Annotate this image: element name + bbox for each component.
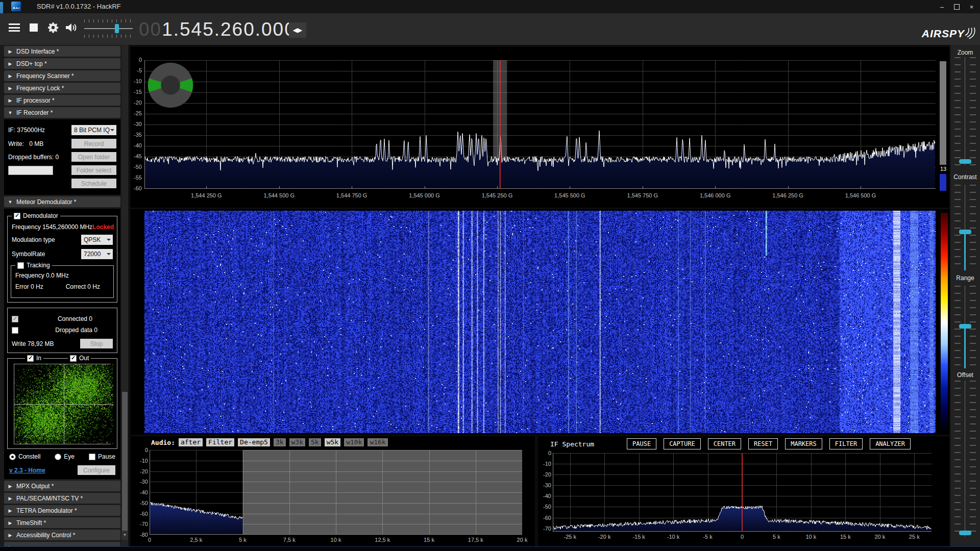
app-icon <box>11 2 21 11</box>
contrast-slider[interactable] <box>950 185 980 270</box>
frequency-step-button[interactable]: ◀▶ <box>289 22 306 38</box>
bottom-screen-edge <box>0 546 980 551</box>
if-button-pause[interactable]: PAUSE <box>627 438 656 449</box>
pause-checkbox[interactable] <box>89 454 95 460</box>
in-checkbox[interactable] <box>27 355 34 362</box>
range-slider[interactable] <box>950 286 980 368</box>
tracking-checkbox[interactable] <box>17 262 24 269</box>
settings-button[interactable] <box>45 17 61 38</box>
frequency-display[interactable]: 001.545.260.000 <box>139 17 296 42</box>
step-left-icon[interactable]: ◀ <box>293 27 298 34</box>
offset-slider-thumb[interactable] <box>959 531 971 535</box>
symbol-rate-select[interactable]: 72000 <box>81 249 113 259</box>
if-button-capture[interactable]: CAPTURE <box>664 438 701 449</box>
sidebar-panel-bottom-2[interactable]: ▶TETRA Demodulator * <box>4 505 120 516</box>
volume-track[interactable] <box>84 28 133 29</box>
schedule-button[interactable]: Schedule <box>71 179 116 188</box>
audio-chip-w3k[interactable]: w3k <box>289 438 305 446</box>
sidebar-panel-top-0[interactable]: ▶DSD Interface * <box>4 46 120 57</box>
sidebar-panel-bottom-3[interactable]: ▶TimeShift * <box>4 517 120 528</box>
tracking-group: Tracking Frequency 0.0 MHz Error 0 Hz Co… <box>11 265 114 298</box>
toolbar: 001.545.260.000 ◀▶ AIRSPY <box>0 13 980 45</box>
audio-chip-5k[interactable]: 5k <box>309 438 321 446</box>
modulation-type-select[interactable]: QPSK <box>81 235 113 245</box>
volume-slider[interactable] <box>84 19 133 38</box>
range-slider-label: Range <box>950 274 980 282</box>
if-button-filter[interactable]: FILTER <box>829 438 863 449</box>
gear-icon <box>47 21 59 34</box>
record-button[interactable]: Record <box>71 139 116 148</box>
close-button[interactable]: × <box>964 0 979 13</box>
offset-slider[interactable] <box>950 381 980 537</box>
if-button-markers[interactable]: MARKERS <box>785 438 822 449</box>
chevron-right-icon: ▶ <box>4 484 16 489</box>
audio-chip-De-emp5[interactable]: De-emp5 <box>238 438 270 446</box>
window-title: SDR# v1.0.0.1732 - HackRF <box>37 3 121 10</box>
sidebar-panel-top-1[interactable]: ▶DSD+ tcp * <box>4 58 120 69</box>
demodulator-checkbox[interactable] <box>14 213 20 219</box>
folder-path-input[interactable] <box>8 166 53 175</box>
contrast-slider-thumb[interactable] <box>959 230 971 234</box>
tracking-correct-label: Correct 0 Hz <box>66 283 100 290</box>
sidebar-panel-bottom-4[interactable]: ▶Accessibility Control * <box>4 530 120 540</box>
range-slider-thumb[interactable] <box>959 324 971 329</box>
panel-header-if-recorder[interactable]: ▼ IF Recorder * <box>4 107 120 118</box>
if-button-reset[interactable]: RESET <box>748 438 778 449</box>
zoom-slider-thumb[interactable] <box>959 159 971 164</box>
audio-chip-after[interactable]: after <box>179 438 203 446</box>
audio-chip-w16k[interactable]: w16k <box>368 438 387 446</box>
sidebar-panel-top-3[interactable]: ▶Frequency Lock * <box>4 83 120 93</box>
audio-chip-Filter[interactable]: Filter <box>206 438 234 446</box>
sidebar-panel-top-4[interactable]: ▶IF processor * <box>4 95 120 106</box>
minimize-button[interactable]: – <box>935 0 949 13</box>
menu-button[interactable] <box>6 17 22 38</box>
folder-select-button[interactable]: Folder select <box>71 165 116 175</box>
constell-radio[interactable] <box>9 454 16 460</box>
audio-mute-button[interactable] <box>63 17 80 38</box>
dropped-data-checkbox[interactable] <box>12 327 18 334</box>
frequency-leading-zeros: 00 <box>139 19 162 40</box>
configure-button[interactable]: Configure <box>78 465 115 475</box>
sidebar-panel-bottom-1[interactable]: ▶PAL/SECAM/NTSC TV * <box>4 493 120 504</box>
maximize-icon <box>954 4 960 10</box>
sdrsharp-window: SDR# v1.0.0.1732 - HackRF – × <box>0 0 980 551</box>
open-folder-button[interactable]: Open folder <box>71 152 116 162</box>
maximize-button[interactable] <box>949 0 964 13</box>
audio-chip-w5k[interactable]: w5k <box>325 438 340 446</box>
waterfall-canvas[interactable] <box>144 211 936 433</box>
sidebar-panel-bottom-0[interactable]: ▶MPX Output * <box>4 481 120 491</box>
connected-checkbox[interactable] <box>12 316 18 322</box>
audio-spectrum-canvas <box>150 450 522 535</box>
contrast-slider-fill <box>964 234 966 270</box>
band-meter-bar <box>940 61 946 165</box>
sample-format-select[interactable]: 8 Bit PCM IQ <box>71 125 116 135</box>
audio-label: Audio: <box>151 439 175 446</box>
audio-chip-3k[interactable]: 3k <box>274 438 286 446</box>
stop-button[interactable] <box>26 17 42 38</box>
in-out-group: In Out <box>7 358 117 449</box>
zoom-slider[interactable] <box>950 57 980 165</box>
plugin-home-link[interactable]: v 2.3 - Home <box>9 467 45 474</box>
if-button-analyzer[interactable]: ANALYZER <box>870 438 911 449</box>
scrollbar-thumb[interactable] <box>122 392 128 535</box>
volume-thumb[interactable] <box>115 24 119 33</box>
if-button-center[interactable]: CENTER <box>708 438 741 449</box>
audio-chip-w10k[interactable]: w10k <box>344 438 364 446</box>
chevron-right-icon: ▶ <box>4 49 16 54</box>
step-right-icon[interactable]: ▶ <box>298 27 302 34</box>
airspy-waves-icon <box>965 27 976 41</box>
volume-ticks-top <box>84 19 133 22</box>
out-checkbox[interactable] <box>70 355 77 362</box>
symbol-rate-label: SymbolRate <box>12 251 45 258</box>
panel-header-meteor-demodulator[interactable]: ▼ Meteor Demodulator * <box>4 196 120 207</box>
chevron-right-icon: ▶ <box>4 508 16 513</box>
eye-radio[interactable] <box>55 454 61 460</box>
chevron-right-icon: ▶ <box>4 98 16 103</box>
chevron-right-icon: ▶ <box>4 520 16 525</box>
sidebar-panel-top-2[interactable]: ▶Frequency Scanner * <box>4 70 120 81</box>
stop-recording-button[interactable]: Stop <box>80 339 113 348</box>
if-rate-label: IF: 375000Hz <box>8 127 45 134</box>
chevron-right-icon: ▶ <box>4 73 16 79</box>
meteor-demodulator-panel: Demodulator Frequency 1545,260000 MHz Lo… <box>4 209 120 479</box>
rf-spectrum-canvas[interactable] <box>144 60 936 189</box>
